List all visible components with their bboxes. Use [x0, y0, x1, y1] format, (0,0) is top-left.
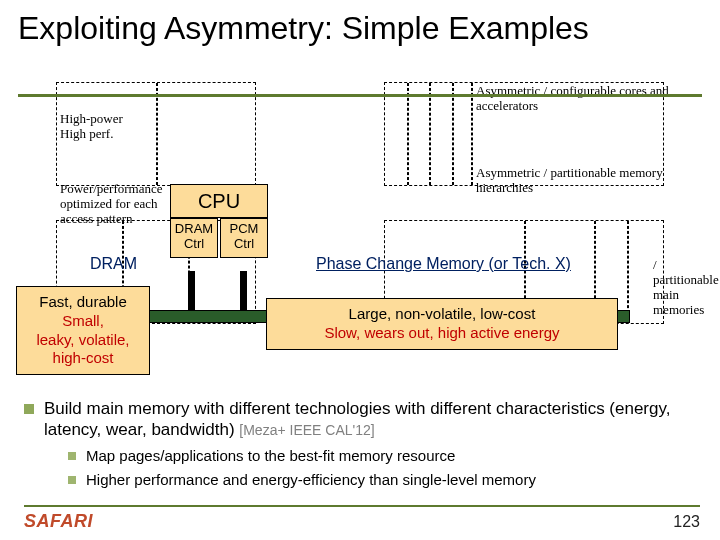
- label-asym-mem: Asymmetric / partitionable memory hierar…: [476, 166, 686, 196]
- callout-line: Large, non-volatile, low-cost: [275, 305, 609, 324]
- bullet-main: Build main memory with different technol…: [24, 398, 702, 441]
- footer: SAFARI 123: [24, 511, 700, 532]
- footer-rule: [24, 505, 700, 507]
- diagram: High-power High perf. Power/performance …: [18, 70, 702, 380]
- callout-line: Small,: [25, 312, 141, 331]
- callout-line: Slow, wears out, high active energy: [275, 324, 609, 343]
- dram-label: DRAM: [90, 255, 137, 273]
- pcm-ctrl-box: PCM Ctrl: [220, 218, 268, 258]
- pcm-label: Phase Change Memory (or Tech. X): [316, 255, 571, 273]
- bullet-text: Higher performance and energy-efficiency…: [86, 471, 536, 490]
- callout-line: Fast, durable: [25, 293, 141, 312]
- bullet-sub: Higher performance and energy-efficiency…: [68, 471, 702, 490]
- bullet-list: Build main memory with different technol…: [24, 398, 702, 496]
- bullet-text: Map pages/applications to the best-fit m…: [86, 447, 455, 466]
- dram-ctrl-box: DRAM Ctrl: [170, 218, 218, 258]
- page-number: 123: [673, 513, 700, 531]
- callout-pcm: Large, non-volatile, low-cost Slow, wear…: [266, 298, 618, 350]
- bullet-icon: [68, 452, 76, 460]
- callout-line: leaky, volatile,: [25, 331, 141, 350]
- cpu-box: CPU: [170, 184, 268, 218]
- label-asym-cores: Asymmetric / configurable cores and acce…: [476, 84, 686, 114]
- pcm-label-suffix: (or Tech. X): [484, 255, 571, 272]
- brand-logo: SAFARI: [24, 511, 93, 532]
- slide-title: Exploiting Asymmetry: Simple Examples: [0, 0, 720, 49]
- label-high-power: High-power High perf.: [60, 112, 123, 142]
- bullet-sub: Map pages/applications to the best-fit m…: [68, 447, 702, 466]
- title-underline: [18, 94, 702, 97]
- bullet-icon: [24, 404, 34, 414]
- pcm-label-main: Phase Change Memory: [316, 255, 484, 272]
- callout-line: high-cost: [25, 349, 141, 368]
- callout-dram: Fast, durable Small, leaky, volatile, hi…: [16, 286, 150, 375]
- bullet-icon: [68, 476, 76, 484]
- citation: [Meza+ IEEE CAL'12]: [239, 422, 374, 438]
- label-partitionable-main: / partitionable main memories: [653, 258, 720, 318]
